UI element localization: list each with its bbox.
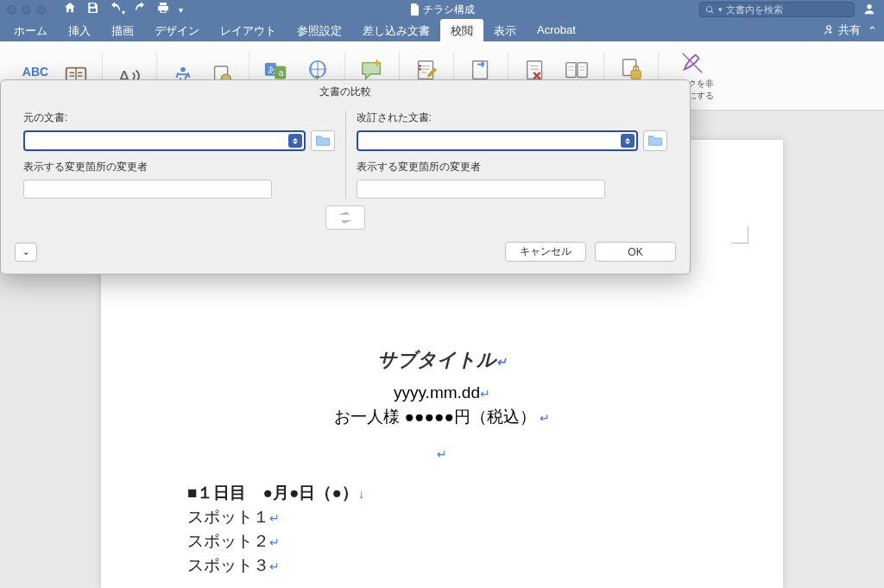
doc-subtitle: サブタイトル↵ bbox=[187, 347, 697, 373]
tab-layout[interactable]: レイアウト bbox=[210, 19, 287, 41]
tab-view[interactable]: 表示 bbox=[483, 19, 527, 41]
hideink-icon bbox=[679, 50, 706, 76]
day1-heading: ■１日目 ●月●日（●）↓ bbox=[187, 482, 697, 504]
combo-arrows-icon bbox=[621, 134, 635, 148]
expand-dialog-button[interactable]: ⌄ bbox=[15, 243, 37, 262]
spot-3: スポット３↵ bbox=[187, 554, 697, 577]
account-icon[interactable] bbox=[862, 2, 877, 17]
blank-line: ↵ bbox=[187, 444, 697, 463]
save-icon[interactable] bbox=[85, 1, 99, 18]
svg-point-13 bbox=[419, 68, 421, 71]
tab-references[interactable]: 参照設定 bbox=[287, 19, 352, 41]
tab-review[interactable]: 校閲 bbox=[440, 19, 483, 41]
doc-date: yyyy.mm.dd↵ bbox=[187, 383, 697, 402]
svg-point-2 bbox=[180, 66, 186, 72]
print-icon[interactable] bbox=[156, 1, 170, 18]
revised-doc-combo[interactable] bbox=[357, 130, 639, 151]
titlebar: ▾ ▾ チラシ構成 ▾ 文書内を検索 bbox=[0, 0, 884, 19]
window-controls bbox=[7, 5, 46, 15]
spot-2: スポット２↵ bbox=[187, 530, 697, 553]
share-button[interactable]: 共有 bbox=[823, 22, 861, 38]
quick-access-toolbar: ▾ ▾ bbox=[63, 1, 183, 18]
revised-label: 改訂された文書: bbox=[357, 111, 668, 125]
svg-rect-19 bbox=[631, 70, 641, 78]
original-author-input[interactable] bbox=[23, 180, 272, 199]
ok-button[interactable]: OK bbox=[595, 242, 676, 262]
crop-mark-icon bbox=[731, 226, 748, 243]
home-icon[interactable] bbox=[63, 1, 77, 18]
revised-author-input[interactable] bbox=[357, 180, 605, 199]
search-placeholder: 文書内を検索 bbox=[726, 3, 783, 16]
spot-1: スポット１↵ bbox=[187, 506, 697, 528]
zoom-dot[interactable] bbox=[36, 5, 46, 15]
close-dot[interactable] bbox=[7, 5, 16, 15]
tab-design[interactable]: デザイン bbox=[144, 19, 210, 41]
dialog-title: 文書の比較 bbox=[1, 80, 690, 104]
tab-insert[interactable]: 挿入 bbox=[58, 19, 101, 41]
undo-icon[interactable]: ▾ bbox=[108, 1, 125, 18]
cancel-button[interactable]: キャンセル bbox=[505, 242, 586, 262]
original-label: 元の文書: bbox=[23, 111, 335, 125]
doc-price: お一人様 ●●●●●円（税込） ↵ bbox=[187, 406, 697, 428]
original-browse-button[interactable] bbox=[311, 130, 335, 151]
revised-browse-button[interactable] bbox=[643, 130, 667, 151]
original-changes-label: 表示する変更箇所の変更者 bbox=[23, 160, 335, 174]
swap-button[interactable] bbox=[325, 205, 365, 230]
document-title: チラシ構成 bbox=[409, 3, 475, 17]
compare-dialog: 文書の比較 元の文書: 表示する変更箇所の変更者 改訂された文書: 表示する変更… bbox=[0, 79, 691, 275]
search-input[interactable]: ▾ 文書内を検索 bbox=[699, 2, 855, 17]
revised-changes-label: 表示する変更箇所の変更者 bbox=[357, 160, 668, 174]
tab-home[interactable]: ホーム bbox=[3, 19, 58, 41]
tab-draw[interactable]: 描画 bbox=[101, 19, 144, 41]
svg-point-12 bbox=[419, 65, 421, 67]
share-label: 共有 bbox=[838, 22, 861, 38]
ribbon-tabs: ホーム 挿入 描画 デザイン レイアウト 参照設定 差し込み文書 校閲 表示 A… bbox=[0, 19, 884, 41]
combo-arrows-icon bbox=[288, 134, 302, 148]
tab-acrobat[interactable]: Acrobat bbox=[527, 19, 586, 41]
protect-icon bbox=[617, 55, 645, 83]
original-doc-combo[interactable] bbox=[23, 130, 306, 151]
minimize-dot[interactable] bbox=[22, 5, 31, 15]
qat-more[interactable]: ▾ bbox=[179, 5, 183, 15]
tab-mailings[interactable]: 差し込み文書 bbox=[352, 19, 440, 41]
svg-text:a: a bbox=[279, 68, 284, 78]
collapse-ribbon-icon[interactable]: ⌃ bbox=[868, 24, 877, 37]
document-title-text: チラシ構成 bbox=[423, 3, 475, 17]
svg-rect-15 bbox=[527, 61, 542, 79]
redo-icon[interactable] bbox=[134, 1, 148, 18]
